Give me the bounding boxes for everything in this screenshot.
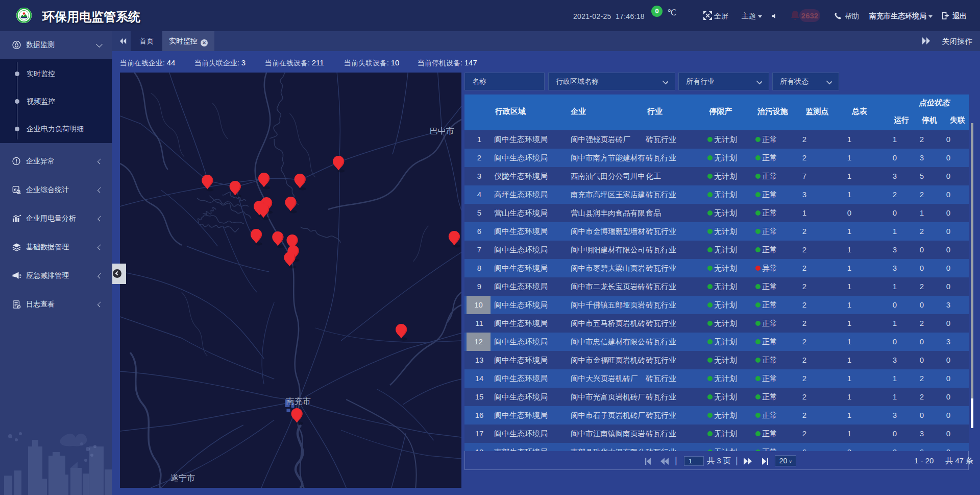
svg-text:巴中市: 巴中市 [430, 126, 454, 135]
svg-text:南充市: 南充市 [286, 396, 310, 406]
svg-text:遂宁市: 遂宁市 [170, 473, 195, 482]
